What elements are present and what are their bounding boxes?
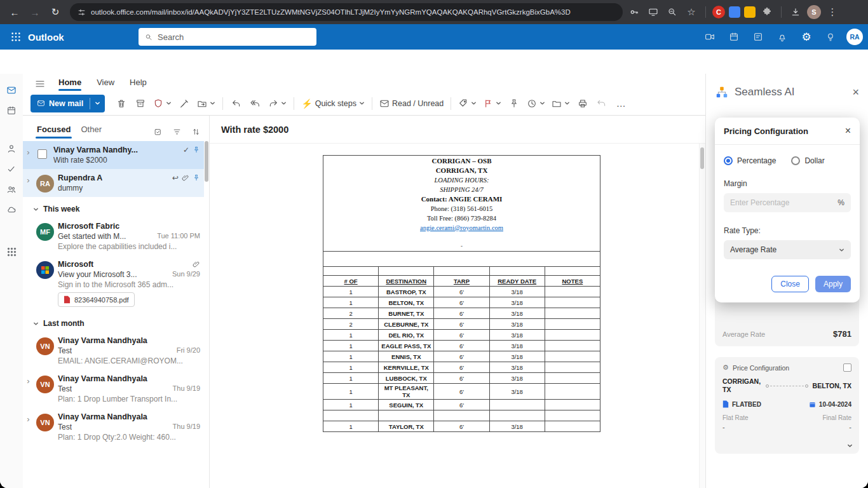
more-options-button[interactable]: … [612,95,630,112]
doc-email-link[interactable]: angie.cerami@royomartin.com [420,224,503,231]
radio-percentage-label: Percentage [737,156,776,165]
panel-close-icon[interactable]: × [852,86,859,99]
extension-c-icon[interactable]: C [712,6,725,18]
message-row[interactable]: Microsoft View your Microsoft 3... Sun 9… [23,255,204,311]
message-preview: Plan: 1 Drop Lumber Transport In... [58,395,200,403]
message-row[interactable]: MF Microsoft Fabric Get started with M..… [23,217,204,255]
reply-all-button[interactable] [247,95,264,112]
undo-button[interactable] [593,95,611,112]
reading-pane-scrollbar[interactable] [699,144,705,488]
attachment-chip[interactable]: 82364940758.pdf [58,292,135,307]
message-row[interactable]: › VN Vinay Varma Nandhyala Test Thu 9/19… [23,370,204,408]
quick-steps-dropdown[interactable]: ⚡ Quick steps [299,95,367,112]
radio-dollar-dot[interactable] [791,156,800,165]
onedrive-module-icon[interactable] [0,200,23,220]
browser-profile-avatar[interactable]: S [807,5,821,19]
pinned-icon[interactable] [193,146,200,154]
my-day-calendar-icon[interactable] [723,26,745,48]
snooze-dropdown[interactable] [524,95,548,112]
browser-reload-button[interactable]: ↻ [47,4,64,20]
todo-module-icon[interactable] [0,159,23,179]
margin-label: Margin [724,179,851,188]
settings-gear-icon[interactable]: ⚙ [796,26,817,48]
groups-module-icon[interactable] [0,179,23,200]
radio-percentage[interactable]: Percentage [724,156,776,165]
tab-home[interactable]: Home [52,75,88,92]
message-row[interactable]: VN Vinay Varma Nandhyala Test Fri 9/20 E… [23,332,204,370]
downloads-icon[interactable] [788,4,803,20]
tab-view[interactable]: View [90,75,121,92]
app-launcher-icon[interactable] [5,26,27,48]
tips-bulb-icon[interactable] [820,26,841,48]
browser-forward-button[interactable]: → [27,4,43,20]
rules-dropdown[interactable] [549,95,573,112]
flag-dropdown[interactable] [480,95,504,112]
bookmark-star-icon[interactable]: ☆ [684,4,699,20]
browser-menu-icon[interactable]: ⋮ [825,4,840,20]
categorize-dropdown[interactable] [456,95,479,112]
rate-type-select[interactable]: Average Rate [724,240,851,259]
delete-button[interactable] [112,95,130,112]
section-header-last-month[interactable]: Last month [23,311,204,332]
tab-other[interactable]: Other [76,121,107,140]
close-button[interactable]: Close [771,276,809,292]
tab-help[interactable]: Help [123,75,153,92]
calendar-module-icon[interactable] [0,100,23,121]
new-mail-dropdown-icon[interactable] [90,100,105,106]
mail-module-icon[interactable] [0,80,23,100]
search-input[interactable] [158,32,310,42]
nav-hamburger-icon[interactable] [31,76,50,92]
radio-percentage-dot[interactable] [724,156,733,165]
margin-input[interactable] [730,198,837,207]
pinned-icon[interactable] [193,174,200,182]
expand-chevron-icon[interactable]: › [24,412,32,424]
message-row-selected[interactable]: › Vinay Varma Nandhy... ✓ [23,141,204,169]
browser-back-button[interactable]: ← [6,4,23,20]
archive-button[interactable] [132,95,149,112]
password-key-icon[interactable] [627,4,642,20]
address-bar[interactable]: outlook.office.com/mail/inbox/id/AAQkADV… [70,3,623,21]
price-config-checkbox[interactable] [843,363,851,372]
extensions-puzzle-icon[interactable] [759,4,775,20]
apply-button[interactable]: Apply [815,276,851,292]
message-row[interactable]: › RA Rupendra A ↩ [23,169,204,197]
pin-button[interactable] [505,95,523,112]
mark-read-check-icon[interactable]: ✓ [183,146,189,154]
account-avatar[interactable]: RA [846,29,863,45]
expand-card-chevron-icon[interactable] [847,440,853,451]
video-call-icon[interactable] [699,26,721,48]
filter-icon[interactable] [168,123,185,140]
forward-button[interactable] [266,95,289,112]
sort-icon[interactable] [187,123,204,140]
avatar [36,261,54,279]
attachment-paperclip-icon [193,261,200,268]
people-module-icon[interactable] [0,139,23,159]
select-messages-icon[interactable] [149,123,166,140]
notifications-bell-icon[interactable] [771,26,793,48]
message-row[interactable]: › VN Vinay Varma Nandhyala Test Thu 9/19… [23,408,204,446]
search-box[interactable] [139,28,316,46]
print-button[interactable] [574,95,592,112]
section-header-this-week[interactable]: This week [23,197,204,217]
radio-dollar[interactable]: Dollar [791,156,824,165]
extension-blue-icon[interactable] [729,6,740,18]
feedback-note-icon[interactable] [747,26,769,48]
message-list-scrollbar[interactable] [204,141,209,488]
sweep-button[interactable] [175,95,193,112]
expand-chevron-icon[interactable]: › [24,374,32,386]
message-checkbox[interactable] [37,149,47,159]
read-unread-button[interactable]: Read / Unread [377,95,446,112]
extension-yellow-icon[interactable] [744,6,756,18]
zoom-out-icon[interactable] [665,4,680,20]
move-to-button[interactable] [194,95,218,112]
report-button[interactable] [151,95,174,112]
doc-table-row: 1KERRVILLE, TX6'3/18 [323,362,600,373]
send-to-device-icon[interactable] [646,4,661,20]
more-apps-icon[interactable] [0,241,23,262]
modal-close-icon[interactable]: × [845,125,851,137]
tab-focused[interactable]: Focused [32,121,76,140]
expand-chevron-icon[interactable]: › [24,146,32,157]
new-mail-button[interactable]: New mail [31,95,105,112]
expand-chevron-icon[interactable]: › [24,173,32,185]
reply-button[interactable] [227,95,245,112]
